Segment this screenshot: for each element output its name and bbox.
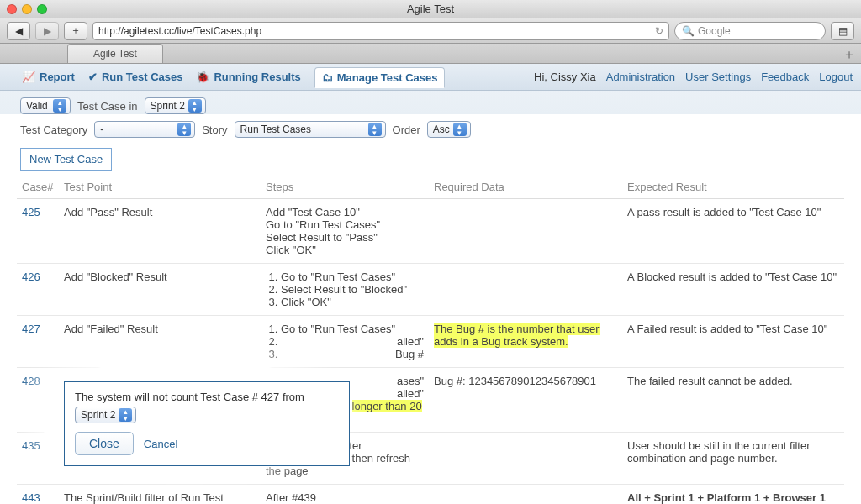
col-test-point: Test Point [59,177,261,199]
window-close-button[interactable] [7,4,17,14]
url-field[interactable]: http://agiletest.cc/live/TestCases.php ↻ [92,22,669,40]
search-icon: 🔍 [682,25,695,37]
steps-cell: Go to "Run Test Cases" ailed" Bug # [261,316,429,368]
url-text: http://agiletest.cc/live/TestCases.php [98,25,261,37]
window-minimize-button[interactable] [22,4,32,14]
category-select[interactable]: - ▴▾ [94,121,195,138]
test-point: The Sprint/Build filter of Run Test Case… [59,485,261,505]
chevron-updown-icon: ▴▾ [453,123,467,136]
app-nav: 📈 Report ✔ Run Test Cases 🐞 Running Resu… [0,64,861,91]
expected-result: A pass result is added to "Test Case 10" [622,199,844,264]
expected-result: All + Sprint 1 + Platform 1 + Browser 1 … [622,485,844,505]
status-select[interactable]: Valid ▴▾ [20,97,71,114]
window-titlebar: Agile Test [0,0,861,18]
steps-cell: After #439 [261,485,429,505]
browser-tab-active[interactable]: Agile Test [67,44,163,63]
table-row: 426 Add "Blocked" Result Go to "Run Test… [17,264,844,316]
story-select[interactable]: Run Test Cases ▴▾ [235,121,386,138]
nav-forward-button[interactable]: ▶ [35,22,59,40]
browser-search-field[interactable]: 🔍 Google [674,22,826,40]
expected-result: The failed result cannot be added. [622,368,844,433]
nav-report[interactable]: 📈 Report [22,71,75,83]
chevron-updown-icon: ▴▾ [119,408,132,422]
required-data [429,199,622,264]
label-test-category: Test Category [20,123,87,136]
browser-toolbar: ◀ ▶ ＋ http://agiletest.cc/live/TestCases… [0,18,861,44]
link-administration[interactable]: Administration [606,71,675,83]
chevron-updown-icon: ▴▾ [177,123,191,136]
nav-manage-test-cases[interactable]: 🗂 Manage Test Cases [314,67,446,88]
case-link[interactable]: 435 [22,439,40,452]
expected-result: A Blocked result is added to "Test Case … [622,264,844,316]
dialog-sprint-select[interactable]: Sprint 2 ▴▾ [75,407,136,423]
col-expected-result: Expected Result [622,177,844,199]
new-test-case-button[interactable]: New Test Case [20,148,112,171]
test-point: Add "Pass" Result [59,199,261,264]
list-icon: 🗂 [322,71,333,84]
greeting: Hi, Cissy Xia [534,71,596,83]
case-link[interactable]: 428 [22,375,40,387]
add-bookmark-button[interactable]: ＋ [64,22,87,40]
required-data [429,485,622,505]
col-steps: Steps [261,177,429,199]
chevron-updown-icon: ▴▾ [368,123,382,136]
filter-row-2: Test Category - ▴▾ Story Run Test Cases … [0,121,861,144]
chart-icon: 📈 [22,71,35,83]
toolbar-overflow-button[interactable]: ▤ [831,22,854,40]
required-data [429,433,622,485]
sprint-select[interactable]: Sprint 2 ▴▾ [145,97,206,114]
case-link[interactable]: 426 [22,270,40,283]
required-data [429,264,622,316]
chevron-updown-icon: ▴▾ [53,99,66,113]
dialog-cancel-link[interactable]: Cancel [144,438,177,450]
case-link[interactable]: 427 [22,323,40,335]
chevron-updown-icon: ▴▾ [188,99,202,113]
remove-case-dialog: The system will not count Test Case # 42… [64,381,350,466]
dialog-message: The system will not count Test Case # 42… [75,391,304,403]
case-link[interactable]: 443 [22,491,40,504]
col-case: Case# [17,177,59,199]
nav-running-results[interactable]: 🐞 Running Results [196,71,300,83]
nav-run-test-cases[interactable]: ✔ Run Test Cases [88,71,183,83]
steps-cell: Go to "Run Test Cases" Select Result to … [261,264,429,316]
browser-tab-label: Agile Test [93,48,137,60]
test-point: Add "Blocked" Result [59,264,261,316]
expected-result: A Failed result is added to "Test Case 1… [622,316,844,368]
expected-result: User should be still in the current filt… [622,433,844,485]
search-placeholder: Google [698,25,731,37]
label-test-case-in: Test Case in [77,100,138,113]
nav-back-button[interactable]: ◀ [7,22,30,40]
order-select[interactable]: Asc ▴▾ [427,121,471,138]
label-story: Story [202,123,227,136]
steps-cell: Add "Test Case 10" Go to "Run Test Cases… [261,199,429,264]
link-feedback[interactable]: Feedback [761,71,809,83]
check-icon: ✔ [88,71,98,83]
dialog-close-button[interactable]: Close [75,432,134,455]
page-content: 📈 Report ✔ Run Test Cases 🐞 Running Resu… [0,64,861,504]
required-data: Bug #: 123456789012345678901 [429,368,622,433]
link-logout[interactable]: Logout [819,71,853,83]
required-data: The Bug # is the number that user adds i… [429,316,622,368]
label-order: Order [393,123,420,136]
bug-icon: 🐞 [196,71,209,83]
link-user-settings[interactable]: User Settings [685,71,751,83]
table-row: 425 Add "Pass" Result Add "Test Case 10"… [17,199,844,264]
browser-tabbar: Agile Test ＋ [0,44,861,64]
new-tab-button[interactable]: ＋ [843,46,856,64]
window-title: Agile Test [0,3,861,15]
table-row: 443 The Sprint/Build filter of Run Test … [17,485,844,505]
case-link[interactable]: 425 [22,206,40,218]
window-zoom-button[interactable] [37,4,47,14]
filter-row-1: Valid ▴▾ Test Case in Sprint 2 ▴▾ [0,91,861,121]
col-required-data: Required Data [429,177,622,199]
